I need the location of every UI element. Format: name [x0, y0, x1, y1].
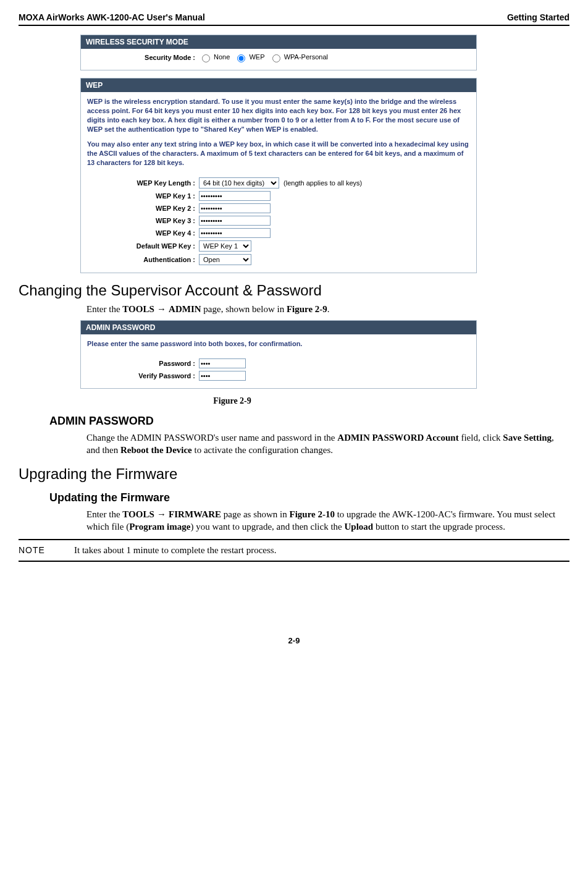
- wep-panel: WEP WEP is the wireless encryption stand…: [80, 78, 477, 273]
- page-header: MOXA AirWorks AWK-1200-AC User's Manual …: [19, 12, 569, 25]
- wep-key-length-select[interactable]: 64 bit (10 hex digits): [199, 177, 279, 189]
- verify-password-input[interactable]: [199, 371, 246, 381]
- security-mode-none[interactable]: None: [199, 53, 230, 61]
- security-mode-wep[interactable]: WEP: [234, 53, 264, 61]
- wep-key1-label: WEP Key 1 :: [87, 192, 199, 200]
- wep-key4-input[interactable]: [199, 228, 271, 238]
- changing-supervisor-para: Enter the TOOLS → ADMIN page, shown belo…: [86, 303, 556, 315]
- panel-title: WEP: [81, 78, 476, 92]
- wep-key4-label: WEP Key 4 :: [87, 229, 199, 237]
- wep-key3-input[interactable]: [199, 216, 271, 226]
- radio-label-wpa: WPA-Personal: [284, 53, 328, 61]
- password-input[interactable]: [199, 358, 246, 368]
- radio-label-wep: WEP: [249, 53, 264, 61]
- security-mode-label: Security Mode :: [87, 54, 199, 61]
- panel-title: ADMIN PASSWORD: [81, 321, 476, 334]
- wep-key-length-hint: (length applies to all keys): [284, 179, 362, 187]
- wep-key-length-label: WEP Key Length :: [87, 179, 199, 187]
- authentication-label: Authentication :: [87, 256, 199, 263]
- wep-key2-label: WEP Key 2 :: [87, 205, 199, 212]
- note-label: NOTE: [19, 545, 74, 556]
- wep-key3-label: WEP Key 3 :: [87, 217, 199, 224]
- updating-firmware-heading: Updating the Firmware: [49, 491, 569, 504]
- panel-title: WIRELESS SECURITY MODE: [81, 35, 476, 49]
- admin-password-para: Change the ADMIN PASSWORD's user name an…: [86, 431, 556, 457]
- wep-key1-input[interactable]: [199, 191, 271, 201]
- wep-key2-input[interactable]: [199, 203, 271, 213]
- default-wep-key-select[interactable]: WEP Key 1: [199, 240, 251, 252]
- password-label: Password :: [87, 360, 199, 367]
- note-box: NOTE It takes about 1 minute to complete…: [19, 539, 569, 562]
- wireless-security-mode-panel: WIRELESS SECURITY MODE Security Mode : N…: [80, 35, 477, 70]
- admin-password-heading: ADMIN PASSWORD: [49, 415, 569, 428]
- figure-caption: Figure 2-9: [0, 396, 569, 406]
- verify-password-label: Verify Password :: [87, 372, 199, 379]
- admin-password-panel: ADMIN PASSWORD Please enter the same pas…: [80, 320, 477, 389]
- header-rule: [19, 25, 569, 26]
- security-mode-wpa[interactable]: WPA-Personal: [269, 53, 328, 61]
- page-number: 2-9: [19, 636, 569, 645]
- changing-supervisor-heading: Changing the Supervisor Account & Passwo…: [19, 282, 569, 299]
- wep-intro-2: You may also enter any text string into …: [87, 140, 470, 167]
- default-wep-key-label: Default WEP Key :: [87, 242, 199, 250]
- header-left: MOXA AirWorks AWK-1200-AC User's Manual: [19, 12, 205, 22]
- header-right: Getting Started: [507, 12, 569, 22]
- note-text: It takes about 1 minute to complete the …: [74, 545, 569, 556]
- wep-intro-1: WEP is the wireless encryption standard.…: [87, 97, 470, 134]
- admin-password-intro: Please enter the same password into both…: [87, 339, 470, 349]
- upgrading-firmware-heading: Upgrading the Firmware: [19, 465, 569, 483]
- authentication-select[interactable]: Open: [199, 254, 251, 265]
- updating-firmware-para: Enter the TOOLS → FIRMWARE page as shown…: [86, 508, 556, 533]
- radio-label-none: None: [214, 53, 230, 61]
